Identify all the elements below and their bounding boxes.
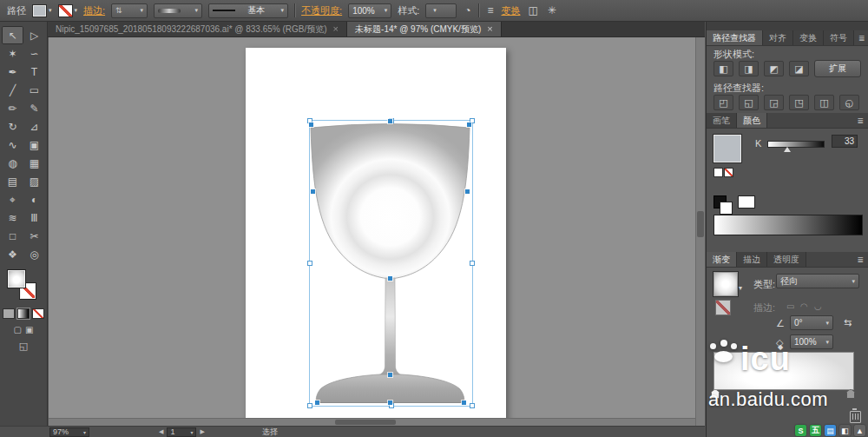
style-select[interactable]: ▾ [425, 3, 457, 18]
fill-color-control[interactable]: ▾ [32, 4, 52, 17]
hand-tool[interactable]: ❖ [2, 245, 23, 263]
scale-tool[interactable]: ⊿ [23, 117, 45, 136]
gradient-stop-end[interactable] [846, 389, 855, 399]
intersect-button[interactable]: ◩ [764, 61, 784, 76]
rectangle-tool[interactable]: ▭ [23, 81, 45, 99]
direct-selection-tool[interactable]: ▷ [23, 26, 45, 44]
vertical-scroll-thumb[interactable] [697, 211, 704, 237]
fill-color-well[interactable] [7, 269, 26, 288]
reverse-gradient-icon[interactable]: ⇆ [844, 317, 852, 328]
tab-close-button[interactable]: × [487, 24, 492, 34]
stroke-along-icon[interactable]: ◠ [800, 301, 808, 311]
transform-link[interactable]: 变换 [501, 4, 520, 17]
chat-icon[interactable]: ▤ [825, 425, 836, 436]
draw-behind-icon[interactable]: ▣ [25, 325, 33, 334]
free-transform-tool[interactable]: ▣ [23, 136, 45, 154]
screen-mode-button[interactable]: ◱ [0, 341, 47, 352]
merge-button[interactable]: ◲ [764, 95, 784, 110]
panel-tab-符号[interactable]: 符号 [824, 30, 854, 45]
selection-handle[interactable] [307, 261, 312, 266]
draw-normal-icon[interactable]: ▢ [14, 325, 22, 334]
exclude-button[interactable]: ◪ [789, 61, 809, 76]
horizontal-scroll-thumb[interactable] [335, 420, 396, 425]
gradient-type-select[interactable]: 径向▾ [776, 274, 859, 288]
mesh-tool[interactable]: ▤ [2, 172, 23, 190]
angle-select[interactable]: 0°▾ [790, 315, 833, 330]
panel-menu-icon[interactable]: ≣ [854, 30, 868, 45]
grayscale-spectrum-ramp[interactable] [713, 215, 863, 235]
opacity-select[interactable]: 100%▾ [348, 3, 391, 18]
blend-tool[interactable]: ◐ [23, 190, 45, 209]
stroke-color-control[interactable]: ▾ [58, 4, 78, 17]
canvas[interactable] [49, 37, 705, 426]
unite-button[interactable]: ◧ [713, 61, 733, 76]
slice-tool[interactable]: ✂ [23, 227, 45, 245]
symbol-sprayer-tool[interactable]: ≋ [2, 209, 23, 227]
minus-front-button[interactable]: ◨ [739, 61, 759, 76]
document-tab[interactable]: Nipic_15097685_20180518093222687036.ai* … [48, 22, 347, 36]
crop-button[interactable]: ◳ [789, 95, 809, 110]
k-channel-slider[interactable] [767, 141, 825, 148]
horizontal-scrollbar[interactable] [49, 418, 695, 426]
outline-button[interactable]: ◫ [814, 95, 834, 110]
tray-arrow-icon[interactable]: ▲ [854, 425, 865, 436]
wubi-input-icon[interactable]: 五 [810, 425, 821, 436]
divide-button[interactable]: ◰ [713, 95, 733, 110]
k-value-field[interactable]: 33 [832, 135, 858, 148]
paintbrush-tool[interactable]: ✏ [2, 99, 23, 117]
input-method-icon[interactable]: S [795, 425, 806, 436]
zoom-tool[interactable]: ◎ [23, 245, 45, 263]
lasso-tool[interactable]: ∽ [23, 44, 45, 63]
gradient-menu-arrow-icon[interactable]: ▾ [739, 284, 742, 292]
previous-color-swatch[interactable] [738, 195, 755, 209]
artboard-number-select[interactable]: 1▾ [167, 427, 196, 437]
pen-tool[interactable]: ✒ [2, 63, 23, 81]
vertical-scrollbar[interactable] [695, 37, 705, 426]
document-tab[interactable]: 未标题-14* @ 97% (CMYK/预览)× [347, 22, 502, 36]
location-select[interactable]: 100%▾ [790, 334, 833, 349]
panel-menu-icon[interactable]: ≣ [852, 113, 868, 128]
panel-menu-icon[interactable]: ≣ [852, 252, 868, 267]
align-options-icon[interactable]: ≡ [485, 4, 495, 17]
panel-tab-渐变[interactable]: 渐变 [707, 252, 737, 267]
artboard-tool[interactable]: □ [2, 227, 23, 245]
white-swatch[interactable] [713, 168, 723, 177]
selection-tool[interactable]: ↖ [2, 26, 23, 44]
artboard[interactable] [246, 48, 506, 421]
recolor-artwork-icon[interactable]: ◔ [463, 4, 472, 17]
perspective-grid-tool[interactable]: ▦ [23, 154, 45, 172]
panel-tab-颜色[interactable]: 颜色 [737, 113, 767, 128]
stroke-across-icon[interactable]: ◡ [814, 301, 822, 311]
next-artboard-icon[interactable]: ▶ [200, 428, 204, 435]
expand-button[interactable]: 扩展 [814, 60, 861, 77]
none-button[interactable] [32, 308, 44, 319]
stroke-within-icon[interactable]: ▭ [786, 301, 794, 311]
line-segment-tool[interactable]: ╱ [2, 81, 23, 99]
opacity-link[interactable]: 不透明度: [301, 4, 342, 17]
none-swatch[interactable] [724, 168, 733, 177]
selection-bounding-box[interactable] [309, 120, 473, 407]
current-fill-swatch[interactable] [713, 135, 741, 162]
gradient-tool[interactable]: ▨ [23, 172, 45, 190]
eyedropper-tool[interactable]: ⌖ [2, 190, 23, 209]
fill-proxy-swatch[interactable] [720, 202, 733, 215]
color-button[interactable] [3, 308, 15, 319]
panel-tab-变换[interactable]: 变换 [793, 30, 824, 45]
gradient-button[interactable] [17, 308, 30, 319]
gradient-swatch[interactable] [713, 272, 738, 296]
options-gear-icon[interactable]: ✳ [546, 4, 558, 17]
panel-tab-路径查找器[interactable]: 路径查找器 [707, 30, 763, 45]
slider-thumb-icon[interactable] [784, 147, 791, 152]
tray-app-icon[interactable]: ◧ [839, 425, 851, 436]
magic-wand-tool[interactable]: ✶ [2, 44, 23, 63]
selection-handle[interactable] [470, 261, 475, 266]
selection-handle[interactable] [307, 403, 312, 408]
trim-button[interactable]: ◱ [739, 95, 759, 110]
delete-stop-icon[interactable] [850, 411, 861, 423]
stroke-gradient-proxy[interactable] [715, 300, 731, 315]
stroke-panel-link[interactable]: 描边: [83, 4, 105, 17]
column-graph-tool[interactable]: Ⅲ [23, 209, 45, 227]
panel-tab-画笔[interactable]: 画笔 [707, 113, 737, 128]
minus-back-button[interactable]: ◵ [839, 95, 859, 110]
arrange-icon[interactable]: ◫ [526, 4, 539, 17]
